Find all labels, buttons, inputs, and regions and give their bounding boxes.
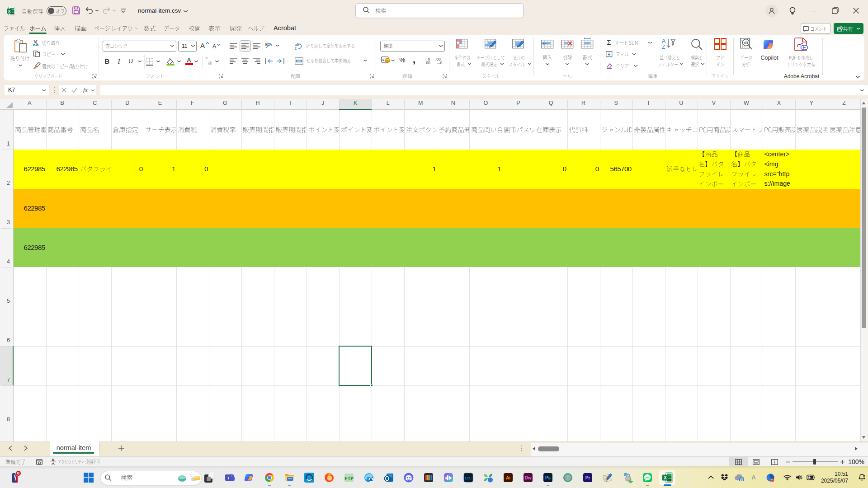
svg-text:z: z: [864, 474, 866, 478]
svg-text:Z: Z: [662, 44, 665, 50]
svg-text:A: A: [662, 38, 665, 44]
svg-text:c: c: [295, 46, 297, 50]
svg-text:RA: RA: [565, 476, 571, 480]
svg-text:Ai: Ai: [506, 475, 510, 480]
svg-text:FTP: FTP: [344, 476, 354, 481]
svg-text:Ps: Ps: [545, 475, 551, 480]
svg-text:Dw: Dw: [525, 475, 532, 480]
svg-text:LINE: LINE: [645, 476, 651, 479]
svg-text:¥: ¥: [382, 58, 385, 62]
svg-text:T: T: [227, 476, 230, 480]
svg-text:.00: .00: [425, 61, 430, 65]
svg-text:Pr: Pr: [585, 475, 590, 480]
svg-text:X: X: [664, 475, 667, 480]
svg-text:X: X: [8, 9, 11, 14]
svg-text:LrC: LrC: [465, 476, 472, 480]
svg-text:→0: →0: [436, 61, 443, 65]
